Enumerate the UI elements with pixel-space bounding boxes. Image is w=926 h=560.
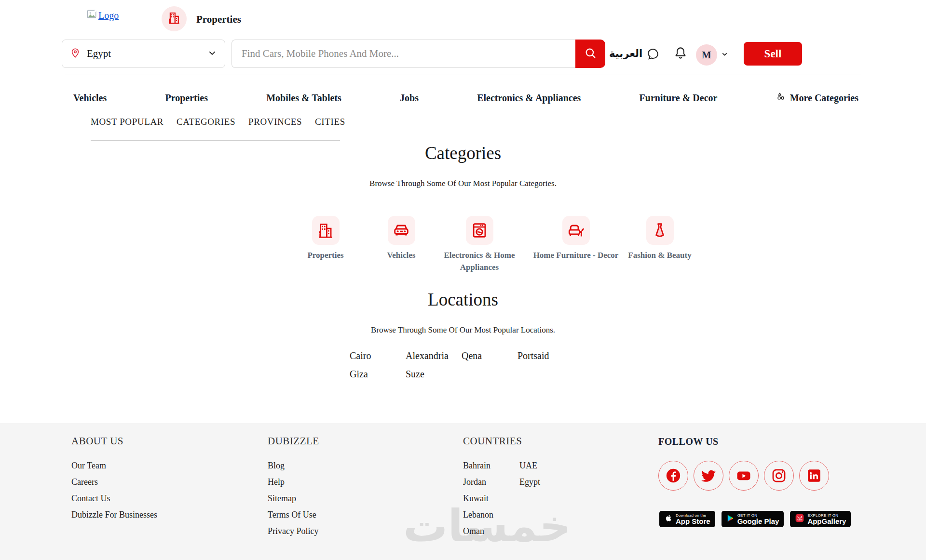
nav-item-more-categories[interactable]: More Categories (776, 92, 858, 104)
account-menu[interactable]: M (696, 44, 728, 66)
instagram-icon[interactable] (764, 461, 794, 491)
location-link-portsaid[interactable]: Portsaid (517, 350, 573, 361)
page: Logo Properties Egypt العربية M (0, 0, 926, 560)
tab-cities[interactable]: CITIES (315, 117, 345, 127)
location-link-alexandria[interactable]: Alexandria (406, 350, 462, 361)
nav-item-mobiles-tablets[interactable]: Mobiles & Tablets (266, 93, 341, 104)
section-tabs: MOST POPULAR CATEGORIES PROVINCES CITIES (91, 117, 340, 141)
tab-most-popular[interactable]: MOST POPULAR (91, 117, 163, 127)
language-switch[interactable]: العربية (609, 48, 642, 59)
search-icon (584, 46, 597, 61)
youtube-icon[interactable] (729, 461, 759, 491)
twitter-icon[interactable] (694, 461, 723, 491)
footer: خمسات ABOUT US Our Team Careers Contact … (0, 423, 926, 560)
shapes-categories-icon (776, 92, 786, 104)
broken-image-icon (87, 10, 97, 21)
armchair-icon (562, 216, 590, 245)
location-link-qena[interactable]: Qena (462, 350, 517, 361)
building-icon (167, 11, 181, 27)
car-icon (388, 216, 415, 245)
location-link-cairo[interactable]: Cairo (350, 350, 406, 361)
sell-button[interactable]: Sell (744, 42, 802, 66)
location-link-giza[interactable]: Giza (350, 369, 406, 380)
header-divider (65, 75, 861, 75)
categories-subtitle: Browse Through Some Of Our Most Popular … (0, 179, 926, 188)
chat-icon[interactable] (646, 47, 660, 63)
linkedin-icon[interactable] (799, 461, 829, 491)
properties-chip[interactable] (162, 6, 187, 31)
footer-follow-column: FOLLOW US (658, 436, 829, 491)
footer-link-oman[interactable]: Oman (463, 527, 493, 535)
more-categories-label: More Categories (790, 93, 858, 104)
header-category-label: Properties (196, 13, 241, 26)
chevron-down-icon (207, 48, 217, 60)
footer-link-kuwait[interactable]: Kuwait (463, 494, 493, 503)
locations-title: Locations (0, 289, 926, 310)
google-play-icon (726, 514, 735, 525)
footer-link-contact-us[interactable]: Contact Us (71, 494, 157, 503)
chevron-down-icon (721, 51, 728, 60)
nav-item-vehicles[interactable]: Vehicles (73, 93, 107, 104)
search-button[interactable] (575, 40, 605, 68)
category-item-fashion-beauty[interactable]: Fashion & Beauty (612, 216, 708, 262)
footer-about-column: ABOUT US Our Team Careers Contact Us Dub… (71, 435, 157, 527)
location-value: Egypt (87, 48, 111, 60)
nav-item-properties[interactable]: Properties (165, 93, 208, 104)
badge-bottom-text: App Store (676, 518, 710, 525)
apple-icon (664, 513, 673, 525)
footer-link-egypt[interactable]: Egypt (519, 478, 540, 486)
footer-link-careers[interactable]: Careers (71, 478, 157, 486)
category-item-home-furniture-decor[interactable]: Home Furniture - Decor (528, 216, 624, 262)
category-label: Home Furniture - Decor (528, 250, 624, 262)
nav-item-furniture-decor[interactable]: Furniture & Decor (640, 93, 718, 104)
search-bar (232, 40, 605, 68)
map-pin-icon (70, 48, 81, 60)
logo-alt-text: Logo (98, 10, 119, 21)
footer-link-jordan[interactable]: Jordan (463, 478, 493, 486)
locations-subtitle: Browse Through Some Of Our Most Popular … (0, 325, 926, 335)
google-play-badge[interactable]: GET IT ON Google Play (722, 511, 784, 527)
footer-link-dubizzle-for-businesses[interactable]: Dubizzle For Businesses (71, 510, 157, 519)
footer-heading-follow-us: FOLLOW US (658, 436, 829, 447)
footer-dubizzle-column: DUBIZZLE Blog Help Sitemap Terms Of Use … (268, 435, 319, 543)
tab-provinces[interactable]: PROVINCES (248, 117, 302, 127)
notifications-bell-icon[interactable] (673, 46, 688, 62)
footer-link-our-team[interactable]: Our Team (71, 461, 157, 470)
footer-heading-about: ABOUT US (71, 435, 157, 447)
location-link-suze[interactable]: Suze (406, 369, 462, 380)
footer-link-sitemap[interactable]: Sitemap (268, 494, 319, 503)
footer-link-bahrain[interactable]: Bahrain (463, 461, 493, 470)
category-label: Fashion & Beauty (612, 250, 708, 262)
nav-item-jobs[interactable]: Jobs (400, 93, 419, 104)
search-input[interactable] (232, 40, 575, 68)
footer-link-help[interactable]: Help (268, 478, 319, 486)
building-icon (312, 216, 340, 245)
washing-machine-icon (466, 216, 493, 245)
locations-list: Cairo Alexandria Qena Portsaid Giza Suze (350, 350, 573, 380)
dress-icon (646, 216, 674, 245)
appgallery-badge[interactable]: HUAWEI EXPLORE IT ON AppGallery (790, 511, 851, 527)
location-selector[interactable]: Egypt (62, 40, 225, 68)
app-badges: Download on the App Store GET IT ON Goog… (659, 511, 851, 527)
logo-link[interactable]: Logo (87, 10, 119, 21)
category-item-electronics-home-appliances[interactable]: Electronics & Home Appliances (431, 216, 528, 273)
footer-link-privacy-policy[interactable]: Privacy Policy (268, 527, 319, 535)
nav-item-electronics-appliances[interactable]: Electronics & Appliances (477, 93, 581, 104)
badge-bottom-text: AppGallery (807, 518, 846, 525)
badge-bottom-text: Google Play (737, 518, 779, 525)
footer-link-blog[interactable]: Blog (268, 461, 319, 470)
avatar: M (696, 44, 717, 66)
facebook-icon[interactable] (658, 461, 688, 491)
tab-categories[interactable]: CATEGORIES (177, 117, 235, 127)
footer-link-uae[interactable]: UAE (519, 461, 540, 470)
huawei-appgallery-icon: HUAWEI (795, 513, 804, 525)
main-nav: Vehicles Properties Mobiles & Tablets Jo… (73, 92, 858, 104)
footer-link-terms-of-use[interactable]: Terms Of Use (268, 510, 319, 519)
footer-heading-dubizzle: DUBIZZLE (268, 435, 319, 447)
category-label: Electronics & Home Appliances (431, 250, 528, 273)
footer-heading-countries: COUNTRIES (463, 435, 540, 447)
footer-link-lebanon[interactable]: Lebanon (463, 510, 493, 519)
svg-text:HUAWEI: HUAWEI (797, 519, 803, 521)
footer-countries-column: COUNTRIES Bahrain Jordan Kuwait Lebanon … (463, 435, 540, 543)
app-store-badge[interactable]: Download on the App Store (659, 511, 715, 527)
